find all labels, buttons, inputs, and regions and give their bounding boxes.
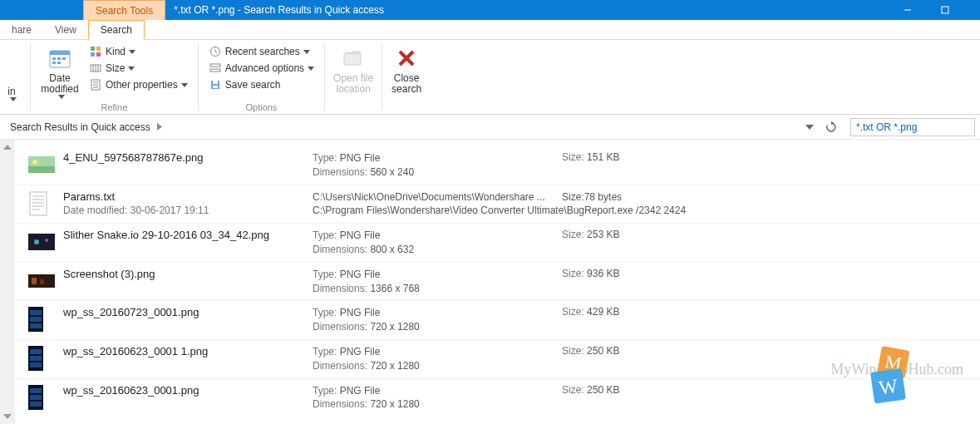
svg-marker-39 (805, 125, 814, 130)
date-modified-button[interactable]: Date modified (37, 43, 82, 101)
result-row[interactable]: Screenshot (3).pngType: PNG FileDimensio… (15, 262, 980, 301)
scroll-down-icon[interactable] (2, 411, 13, 422)
tab-search[interactable]: Search (88, 20, 145, 40)
chevron-down-icon (129, 50, 135, 54)
svg-rect-14 (96, 52, 101, 57)
file-type-label: Type: (313, 385, 337, 397)
result-row[interactable]: 4_ENU_597568787867e.pngType: PNG FileDim… (15, 140, 980, 185)
svg-point-54 (45, 239, 48, 242)
refresh-button[interactable] (822, 118, 840, 136)
file-thumbnail-icon (28, 345, 55, 372)
tab-share[interactable]: hare (0, 21, 43, 39)
file-dimensions-label: Dimensions: (313, 244, 367, 255)
kind-button[interactable]: Kind (86, 43, 191, 60)
file-name: wp_ss_20160723_0001.png (63, 306, 304, 318)
file-thumbnail-icon (28, 190, 55, 217)
file-size-value: 78 bytes (584, 190, 622, 205)
result-row[interactable]: wp_ss_20160723_0001.pngType: PNG FileDim… (15, 300, 980, 339)
minimize-button[interactable] (889, 0, 926, 20)
file-thumbnail-icon (28, 229, 55, 255)
maximize-button[interactable] (926, 0, 963, 20)
breadcrumb[interactable]: Search Results in Quick access (5, 121, 802, 133)
svg-rect-63 (30, 349, 42, 354)
file-meta-cell: Type: PNG FileDimensions: 720 x 1280 (313, 345, 562, 373)
result-row[interactable]: wp_ss_20160623_0001.pngType: PNG FileDim… (15, 378, 980, 417)
file-name-cell: wp_ss_20160723_0001.png (63, 306, 313, 334)
recent-searches-button[interactable]: Recent searches (205, 43, 318, 60)
size-button[interactable]: Size (86, 60, 191, 76)
svg-marker-42 (3, 414, 12, 419)
svg-rect-8 (52, 62, 56, 64)
file-size-cell: Size: 936 KB (562, 268, 662, 296)
chevron-down-icon (303, 50, 310, 54)
recent-searches-label: Recent searches (225, 46, 300, 57)
svg-rect-44 (28, 166, 55, 173)
file-name: wp_ss_20160623_0001 1.png (63, 345, 304, 357)
svg-rect-65 (30, 362, 42, 367)
size-icon (89, 62, 102, 75)
file-size-value: 151 KB (587, 151, 619, 163)
file-dimensions-label: Dimensions: (313, 166, 367, 178)
search-in-button[interactable]: in (0, 43, 23, 103)
svg-marker-25 (181, 83, 188, 87)
context-tab-search-tools[interactable]: Search Tools (83, 0, 165, 20)
group-label-refine: Refine (37, 101, 191, 112)
chevron-right-icon[interactable] (154, 121, 166, 133)
svg-rect-68 (30, 395, 42, 400)
group-label-close-search (386, 111, 427, 112)
file-type-label: Type: (313, 307, 337, 318)
file-dimensions-label: Dimensions: (313, 321, 367, 333)
result-row[interactable]: wp_ss_20160623_0001 1.pngType: PNG FileD… (15, 339, 980, 378)
file-size-cell: Size: 250 KB (562, 384, 662, 412)
file-type-value: PNG File (340, 346, 381, 357)
svg-rect-52 (28, 234, 55, 250)
results-list: 4_ENU_597568787867e.pngType: PNG FileDim… (15, 140, 980, 424)
file-meta-cell: Type: PNG FileDimensions: 720 x 1280 (313, 306, 562, 334)
open-file-location-label: Open file location (333, 73, 373, 95)
svg-rect-59 (30, 310, 42, 315)
svg-rect-12 (96, 47, 101, 51)
file-dimensions-value: 720 x 1280 (370, 398, 419, 410)
options-small-buttons: Recent searches Advanced options Save se… (205, 43, 318, 93)
svg-rect-69 (30, 402, 42, 407)
close-button[interactable] (963, 0, 980, 20)
file-type-label: Type: (313, 229, 337, 241)
file-type-value: PNG File (340, 385, 381, 397)
result-row[interactable]: Slither Snake.io 29-10-2016 03_34_42.png… (15, 223, 980, 262)
address-history-dropdown[interactable] (802, 118, 817, 136)
other-properties-button[interactable]: Other properties (86, 76, 191, 93)
file-type-value: PNG File (340, 152, 381, 164)
close-search-button[interactable]: Close search (386, 43, 427, 96)
svg-rect-29 (210, 69, 220, 71)
scroll-up-icon[interactable] (2, 141, 13, 153)
tab-view[interactable]: View (43, 21, 88, 39)
svg-point-45 (32, 160, 37, 165)
file-dimensions-label: Dimensions: (313, 360, 367, 372)
svg-rect-5 (52, 57, 56, 60)
breadcrumb-item[interactable]: Search Results in Quick access (7, 121, 154, 133)
svg-marker-30 (308, 67, 314, 71)
file-size-label: Size: (562, 268, 584, 279)
svg-point-53 (34, 239, 39, 244)
ribbon: in Date modified Kind (0, 40, 980, 115)
file-size-label: Size: (562, 229, 584, 240)
svg-rect-56 (32, 278, 37, 284)
file-name-cell: wp_ss_20160623_0001 1.png (63, 345, 313, 373)
svg-marker-10 (58, 95, 65, 99)
file-path-1: C:\Users\Nick\OneDrive\Documents\Wonders… (313, 190, 562, 205)
left-scrollbar[interactable] (0, 140, 15, 424)
save-search-button[interactable]: Save search (205, 76, 318, 93)
chevron-down-icon (308, 67, 314, 71)
calendar-icon (47, 45, 73, 71)
result-row[interactable]: Params.txtDate modified: 30-06-2017 19:1… (15, 185, 980, 224)
chevron-down-icon (128, 67, 135, 71)
advanced-options-button[interactable]: Advanced options (205, 60, 318, 76)
file-thumbnail-icon (28, 306, 55, 333)
file-dimensions-label: Dimensions: (313, 398, 367, 410)
svg-rect-1 (942, 7, 948, 13)
search-input[interactable]: *.txt OR *.png (850, 118, 975, 136)
options-icon (209, 62, 222, 75)
folder-open-icon (340, 45, 367, 71)
group-label-options: Options (205, 101, 318, 112)
advanced-options-label: Advanced options (225, 62, 304, 74)
